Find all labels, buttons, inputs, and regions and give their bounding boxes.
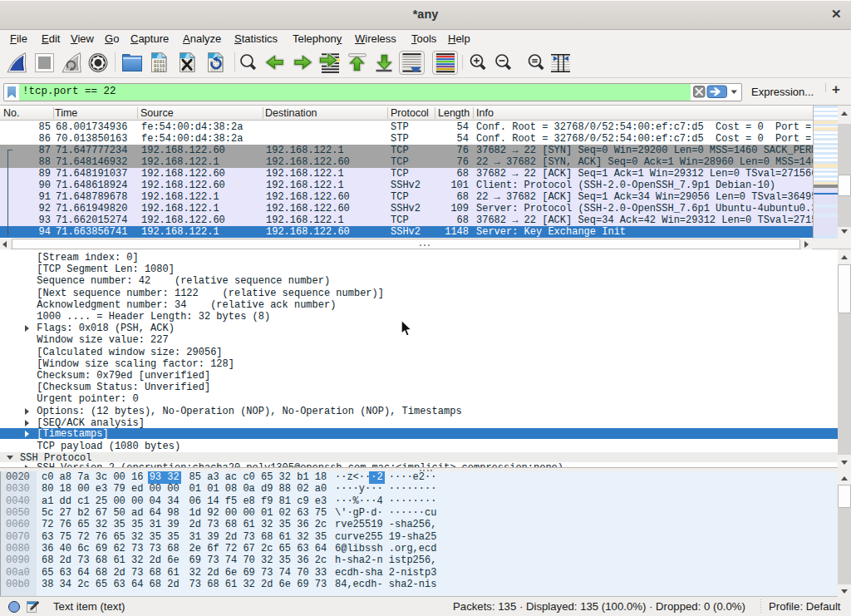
svg-text:0011: 0011 — [154, 67, 165, 73]
